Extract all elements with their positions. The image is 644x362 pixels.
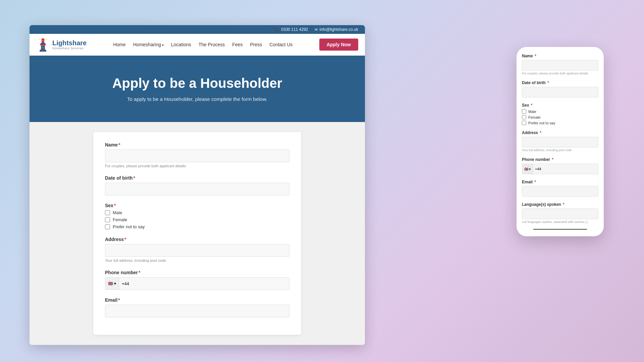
mobile-flag-chevron: ▾ [529,167,531,171]
nav-item-press[interactable]: Press [250,42,262,48]
required-star-phone: * [139,270,140,275]
sex-checkbox-male[interactable] [105,210,110,215]
logo[interactable]: Lightshare Homeshare Services [36,37,87,52]
mobile-name-label: Name * [522,54,598,58]
mobile-checkbox-female[interactable] [522,115,526,119]
mobile-flag-emoji: 🇬🇧 [524,167,528,171]
email-bar-item: ✉ info@lightshare.co.uk [315,27,358,32]
form-section: Name* For couples, please provide both a… [30,122,365,345]
phone-bar-item: 📞 0330 111 4292 [275,27,308,32]
sex-checkbox-group: Male Female Prefer not to say [105,210,289,229]
sex-option-prefer-not[interactable]: Prefer not to say [105,224,289,229]
mobile-sex-female[interactable]: Female [522,115,598,119]
nav-item-contact[interactable]: Contact Us [269,42,292,48]
mobile-name-hint: For couples, please provide both applica… [522,72,598,75]
form-group-dob: Date of birth* [105,175,289,195]
svg-marker-2 [41,38,45,39]
phone-number: 0330 111 4292 [281,27,308,32]
nav-links: Home Homesharing Locations The Process F… [113,42,292,48]
mobile-dob-input[interactable] [522,87,598,98]
mobile-phone-input[interactable] [533,167,598,171]
nav-item-home[interactable]: Home [113,42,125,48]
required-star-email: * [118,297,120,303]
mobile-email-label: Email * [522,180,598,184]
mobile-form-group-dob: Date of birth * [522,80,598,98]
mobile-divider [533,229,587,230]
mobile-sex-male[interactable]: Male [522,109,598,114]
nav-item-locations[interactable]: Locations [171,42,191,48]
mobile-phone-flag[interactable]: 🇬🇧 ▾ [522,164,533,174]
form-group-email: Email* [105,297,289,317]
hero-subtitle: To apply to be a Householder, please com… [43,96,352,102]
hero-section: Apply to be a Householder To apply to be… [30,56,365,122]
email-input[interactable] [105,305,289,317]
mobile-form-group-email: Email * [522,180,598,197]
form-card: Name* For couples, please provide both a… [93,132,301,335]
form-group-sex: Sex* Male Female Prefer not to say [105,203,289,229]
phone-label: Phone number* [105,270,289,275]
address-input[interactable] [105,244,289,257]
address-label: Address* [105,237,289,242]
name-input[interactable] [105,149,289,162]
svg-rect-4 [40,44,46,45]
flag-chevron: ▾ [114,281,116,286]
email-icon: ✉ [315,27,318,32]
mobile-form-group-name: Name * For couples, please provide both … [522,54,598,75]
mobile-languages-hint: List languages spoken, separated with co… [522,220,598,224]
name-label: Name* [105,142,289,147]
email-address: info@lightshare.co.uk [319,27,358,32]
sex-option-female[interactable]: Female [105,217,289,222]
required-star-dob: * [133,175,135,181]
lighthouse-icon [36,37,50,52]
mobile-address-label: Address * [522,130,598,135]
flag-emoji: 🇬🇧 [108,281,113,286]
nav-item-the-process[interactable]: The Process [199,42,225,48]
form-group-address: Address* Your full address, including po… [105,237,289,262]
svg-rect-1 [41,43,45,44]
nav-item-fees[interactable]: Fees [232,42,243,48]
sex-checkbox-prefer-not[interactable] [105,224,110,229]
sex-option-male[interactable]: Male [105,210,289,215]
form-group-phone: Phone number* 🇬🇧 ▾ [105,270,289,290]
form-group-name: Name* For couples, please provide both a… [105,142,289,168]
hero-title: Apply to be a Householder [43,76,352,91]
sex-checkbox-female[interactable] [105,217,110,222]
apply-now-button[interactable]: Apply Now [319,39,358,51]
email-label: Email* [105,297,289,303]
mobile-address-hint: Your full address, including post code [522,148,598,152]
navbar: Lightshare Homeshare Services Home Homes… [30,34,365,56]
mobile-sex-checkbox-group: Male Female Prefer not to say [522,109,598,125]
mobile-sex-label: Sex * [522,103,598,108]
phone-number-input[interactable] [119,281,289,286]
address-hint: Your full address, including post code [105,258,289,262]
name-hint: For couples, please provide both applica… [105,164,289,168]
mobile-languages-input[interactable] [522,208,598,219]
svg-rect-10 [41,47,45,48]
mobile-form-group-address: Address * Your full address, including p… [522,130,598,152]
svg-rect-6 [40,50,46,52]
browser-window: 📞 0330 111 4292 ✉ info@lightshare.co.uk [30,25,365,345]
mobile-form-group-languages: Language(s) spoken * List languages spok… [522,202,598,224]
phone-flag-dropdown[interactable]: 🇬🇧 ▾ [105,278,119,290]
mobile-form-group-sex: Sex * Male Female Prefer not to say [522,103,598,125]
mobile-address-input[interactable] [522,137,598,147]
phone-input-wrapper: 🇬🇧 ▾ [105,277,289,290]
svg-rect-9 [41,45,45,46]
mobile-sex-prefer-not[interactable]: Prefer not to say [522,121,598,125]
required-star-sex: * [114,203,116,208]
logo-tagline: Homeshare Services [52,47,87,50]
logo-name: Lightshare [52,39,87,47]
nav-item-homesharing[interactable]: Homesharing [133,42,164,48]
sex-label: Sex* [105,203,289,208]
dob-input[interactable] [105,183,289,195]
mobile-name-input[interactable] [522,60,598,71]
mobile-mockup: Name * For couples, please provide both … [517,47,604,236]
mobile-checkbox-male[interactable] [522,109,526,114]
top-bar: 📞 0330 111 4292 ✉ info@lightshare.co.uk [30,25,365,34]
mobile-phone-label: Phone number * [522,157,598,162]
logo-text: Lightshare Homeshare Services [52,39,87,50]
mobile-email-input[interactable] [522,186,598,197]
phone-icon: 📞 [275,27,279,32]
mobile-dob-label: Date of birth * [522,80,598,85]
mobile-checkbox-prefer-not[interactable] [522,121,526,125]
